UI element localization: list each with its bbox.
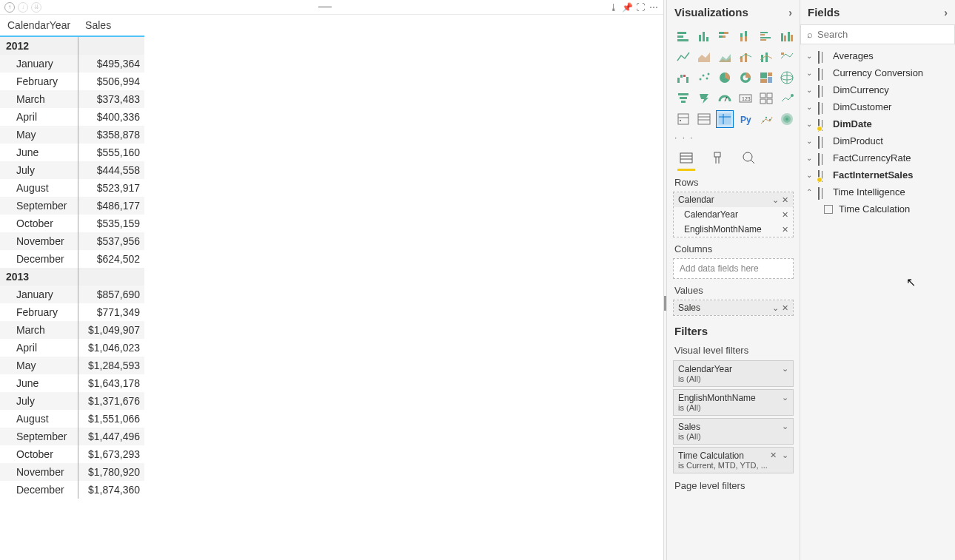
month-cell[interactable]: March — [0, 90, 78, 108]
month-cell[interactable]: January — [0, 286, 78, 303]
month-cell[interactable]: June — [0, 144, 78, 161]
more-options-icon[interactable]: ⋯ — [649, 2, 659, 13]
month-cell[interactable]: August — [0, 410, 78, 428]
month-cell[interactable]: May — [0, 126, 78, 144]
viz-type-icon[interactable] — [737, 48, 754, 66]
chevron-down-icon[interactable]: ⌄ — [772, 195, 779, 205]
chevron-down-icon[interactable]: ⌄ — [782, 393, 788, 402]
table-item[interactable]: ⌃Time Intelligence — [800, 183, 955, 200]
drag-handle-icon[interactable] — [318, 6, 332, 9]
remove-icon[interactable]: ✕ — [782, 210, 788, 220]
rows-well[interactable]: Calendar⌄✕ CalendarYear✕ EnglishMonthNam… — [673, 192, 794, 237]
format-tab[interactable] — [708, 150, 726, 171]
fields-header[interactable]: Fields › — [800, 0, 955, 24]
chevron-down-icon[interactable]: ⌄ — [806, 137, 814, 145]
viz-type-icon[interactable]: 123 — [737, 90, 754, 107]
month-cell[interactable]: May — [0, 357, 78, 374]
table-item[interactable]: ⌄DimCustomer — [800, 98, 955, 115]
table-item[interactable]: ⌄DimProduct — [800, 132, 955, 149]
month-cell[interactable]: September — [0, 197, 78, 215]
filter-card[interactable]: Time Calculation is Current, MTD, YTD, .… — [673, 447, 794, 473]
values-well[interactable]: Sales⌄✕ — [673, 300, 794, 316]
fields-search[interactable]: ⌕ — [800, 24, 955, 44]
month-cell[interactable]: February — [0, 303, 78, 321]
field-item[interactable]: Time Calculation — [800, 200, 955, 217]
viz-type-icon[interactable] — [757, 90, 775, 107]
viz-type-icon[interactable] — [778, 110, 796, 128]
column-header[interactable]: Sales — [78, 15, 144, 36]
filter-card[interactable]: CalendarYear is (All) ⌄ — [673, 360, 794, 387]
viz-type-icon[interactable] — [716, 110, 734, 128]
chevron-up-icon[interactable]: ⌃ — [806, 188, 814, 196]
viz-type-icon[interactable] — [757, 110, 775, 128]
table-item[interactable]: ⌄DimDate — [800, 115, 955, 132]
viz-type-icon[interactable] — [674, 27, 692, 45]
viz-type-icon[interactable] — [674, 90, 692, 107]
month-cell[interactable]: March — [0, 321, 78, 339]
year-group-cell[interactable]: 2012 — [0, 36, 78, 55]
viz-type-icon[interactable] — [778, 48, 796, 66]
more-visuals-icon[interactable]: · · · — [667, 131, 800, 144]
remove-icon[interactable]: ✕ — [782, 303, 788, 313]
month-cell[interactable]: February — [0, 72, 78, 90]
focus-mode-icon[interactable]: ⛶ — [635, 2, 646, 13]
chevron-down-icon[interactable]: ⌄ — [782, 422, 788, 431]
viz-type-icon[interactable] — [737, 27, 754, 45]
month-cell[interactable]: November — [0, 463, 78, 481]
collapse-chevron-icon[interactable]: › — [788, 7, 792, 18]
month-cell[interactable]: October — [0, 215, 78, 232]
viz-type-icon[interactable] — [757, 27, 775, 45]
year-group-cell[interactable]: 2013 — [0, 268, 78, 286]
viz-type-icon[interactable] — [778, 69, 796, 87]
chevron-down-icon[interactable]: ⌄ — [806, 86, 814, 94]
viz-type-icon[interactable]: Py — [737, 110, 754, 128]
chevron-down-icon[interactable]: ⌄ — [782, 364, 788, 374]
remove-icon[interactable]: ✕ — [782, 195, 788, 205]
month-cell[interactable]: December — [0, 250, 78, 268]
viz-type-icon[interactable] — [674, 48, 692, 66]
visualizations-header[interactable]: Visualizations › — [667, 0, 800, 24]
viz-type-icon[interactable] — [778, 90, 796, 107]
collapse-chevron-icon[interactable]: › — [944, 7, 948, 18]
viz-type-icon[interactable] — [716, 69, 734, 87]
viz-type-icon[interactable] — [757, 48, 775, 66]
pin-icon[interactable]: 📌 — [622, 2, 632, 13]
month-cell[interactable]: September — [0, 428, 78, 445]
viz-type-icon[interactable] — [716, 90, 734, 107]
filter-card[interactable]: Sales is (All) ⌄ — [673, 418, 794, 445]
viz-type-icon[interactable] — [695, 48, 713, 66]
viz-type-icon[interactable] — [737, 69, 754, 87]
chevron-down-icon[interactable]: ⌄ — [782, 451, 788, 460]
column-header[interactable]: CalendarYear — [0, 15, 78, 36]
fields-tab[interactable] — [677, 150, 695, 171]
month-cell[interactable]: November — [0, 232, 78, 250]
search-input[interactable] — [817, 29, 948, 40]
drill-up-icon[interactable]: ↑ — [4, 2, 15, 13]
month-cell[interactable]: July — [0, 392, 78, 410]
table-item[interactable]: ⌄FactInternetSales — [800, 166, 955, 183]
viz-type-icon[interactable] — [695, 27, 713, 45]
table-item[interactable]: ⌄Currency Conversion — [800, 64, 955, 81]
chevron-down-icon[interactable]: ⌄ — [806, 69, 814, 77]
columns-well[interactable]: Add data fields here — [673, 258, 794, 279]
month-cell[interactable]: October — [0, 445, 78, 463]
month-cell[interactable]: June — [0, 374, 78, 392]
month-cell[interactable]: April — [0, 339, 78, 357]
remove-icon[interactable]: ✕ — [770, 451, 777, 460]
table-item[interactable]: ⌄Averages — [800, 47, 955, 64]
drill-down-icon[interactable]: ↓ — [18, 2, 28, 13]
month-cell[interactable]: July — [0, 161, 78, 179]
chevron-down-icon[interactable]: ⌄ — [806, 120, 814, 128]
filter-card[interactable]: EnglishMonthName is (All) ⌄ — [673, 389, 794, 416]
month-cell[interactable]: April — [0, 108, 78, 126]
month-cell[interactable]: January — [0, 55, 78, 72]
viz-type-icon[interactable] — [674, 110, 692, 128]
pane-splitter[interactable] — [663, 0, 666, 560]
analytics-tab[interactable] — [740, 150, 757, 171]
chevron-down-icon[interactable]: ⌄ — [806, 52, 814, 60]
table-item[interactable]: ⌄DimCurrency — [800, 81, 955, 98]
table-item[interactable]: ⌄FactCurrencyRate — [800, 149, 955, 166]
viz-type-icon[interactable] — [716, 48, 734, 66]
viz-type-icon[interactable] — [695, 110, 713, 128]
chevron-down-icon[interactable]: ⌄ — [806, 171, 814, 179]
